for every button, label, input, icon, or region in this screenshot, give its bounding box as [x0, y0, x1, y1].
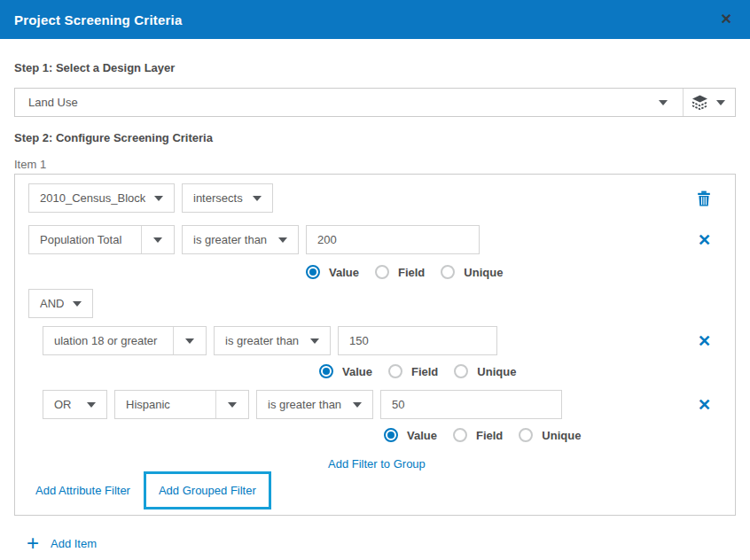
dialog-title: Project Screening Criteria [14, 12, 719, 27]
logic2-value: OR [54, 398, 78, 411]
radio-unique[interactable]: Unique [519, 428, 581, 442]
filter3-row: OR Hispanic is greater than ✕ [28, 390, 722, 419]
spatial-operator-value: intersects [193, 191, 244, 205]
filter1-mode-radios: Value Field Unique [28, 265, 722, 279]
chevron-down-icon [659, 100, 668, 105]
filter3-field-value: Hispanic [126, 398, 207, 411]
layer-dropdown-value: 2010_Census_Blocks [40, 191, 145, 205]
dropdown-caret-button[interactable] [215, 391, 248, 418]
trash-icon [697, 191, 711, 206]
radio-unselected-icon [441, 265, 455, 279]
filter1-row: Population Total is greater than ✕ [28, 225, 722, 254]
dialog-header: Project Screening Criteria ✕ [0, 0, 750, 39]
step1-label: Step 1: Select a Design Layer [14, 62, 736, 74]
radio-field[interactable]: Field [388, 364, 438, 378]
close-icon[interactable]: ✕ [719, 11, 734, 28]
logic2-dropdown[interactable]: OR [43, 390, 107, 419]
radio-unique[interactable]: Unique [441, 265, 503, 279]
chevron-down-icon [153, 237, 162, 243]
radio-value[interactable]: Value [384, 428, 437, 442]
close-icon: ✕ [698, 232, 711, 248]
add-filter-to-group-link[interactable]: Add Filter to Group [328, 457, 426, 471]
filter2-row: ulation 18 or greater is greater than ✕ [28, 326, 722, 355]
plus-icon: + [27, 535, 39, 551]
logic1-row: AND [28, 289, 722, 318]
filter3-mode-radios: Value Field Unique [28, 428, 722, 442]
chevron-down-icon [253, 196, 262, 201]
radio-selected-icon [319, 364, 333, 378]
remove-filter2-button[interactable]: ✕ [698, 333, 711, 349]
filter2-field-value: ulation 18 or greater [54, 334, 164, 347]
add-grouped-filter-highlight-box: Add Grouped Filter [144, 471, 271, 509]
filter1-operator-dropdown[interactable]: is greater than [182, 225, 299, 254]
filter3-operator-value: is greater than [268, 398, 344, 411]
chevron-down-icon [87, 402, 96, 408]
filter1-field-dropdown[interactable]: Population Total [28, 225, 175, 254]
radio-value[interactable]: Value [319, 364, 372, 378]
logic1-value: AND [40, 297, 64, 310]
layer-dropdown[interactable]: 2010_Census_Blocks [28, 183, 175, 213]
delete-item-button[interactable] [697, 191, 711, 206]
logic1-dropdown[interactable]: AND [28, 289, 93, 318]
chevron-down-icon [154, 196, 163, 201]
radio-unselected-icon [454, 364, 468, 378]
filter1-field-value: Population Total [40, 233, 132, 246]
radio-unselected-icon [375, 265, 389, 279]
design-layer-value: Land Use [15, 96, 659, 109]
add-attribute-filter-link[interactable]: Add Attribute Filter [35, 484, 130, 497]
radio-unselected-icon [388, 364, 402, 378]
chevron-down-icon [73, 301, 82, 307]
item1-panel: 2010_Census_Blocks intersects [14, 174, 736, 516]
add-filter-to-group-row: Add Filter to Group [28, 455, 722, 470]
filter1-value-input[interactable] [306, 225, 480, 254]
filter1-operator-value: is greater than [193, 233, 270, 246]
filter3-operator-dropdown[interactable]: is greater than [256, 390, 373, 419]
radio-field[interactable]: Field [453, 428, 503, 442]
filter2-value-input[interactable] [338, 326, 497, 355]
project-screening-dialog: Project Screening Criteria ✕ Step 1: Sel… [0, 0, 750, 551]
filter2-field-dropdown[interactable]: ulation 18 or greater [43, 326, 207, 355]
filter-actions-row: Add Attribute Filter Add Grouped Filter [28, 470, 722, 511]
chevron-down-icon [185, 338, 194, 344]
design-layer-select[interactable]: Land Use [14, 88, 736, 117]
remove-filter3-button[interactable]: ✕ [698, 397, 711, 413]
spatial-operator-dropdown[interactable]: intersects [182, 183, 273, 213]
add-grouped-filter-link[interactable]: Add Grouped Filter [159, 484, 256, 497]
filter3-value-input[interactable] [380, 390, 562, 419]
step2-label: Step 2: Configure Screening Criteria [14, 132, 736, 144]
radio-field[interactable]: Field [375, 265, 425, 279]
spatial-filter-row: 2010_Census_Blocks intersects [28, 183, 722, 213]
dropdown-caret-button[interactable] [173, 327, 206, 354]
add-item-label: Add Item [51, 537, 97, 550]
chevron-down-icon [353, 402, 362, 408]
filter2-operator-value: is greater than [225, 334, 301, 347]
dropdown-caret-button[interactable] [141, 226, 174, 253]
radio-selected-icon [384, 428, 398, 442]
radio-unique[interactable]: Unique [454, 364, 516, 378]
add-item-button[interactable]: + Add Item [27, 535, 97, 551]
chevron-down-icon [716, 100, 725, 105]
layer-options-button[interactable] [683, 89, 735, 116]
chevron-down-icon [310, 338, 319, 344]
chevron-down-icon [228, 402, 237, 408]
layers-icon [691, 95, 708, 110]
close-icon: ✕ [698, 397, 711, 413]
filter2-mode-radios: Value Field Unique [28, 364, 722, 378]
item1-label: Item 1 [14, 159, 736, 171]
filter3-field-dropdown[interactable]: Hispanic [114, 390, 249, 419]
radio-unselected-icon [519, 428, 533, 442]
close-icon: ✕ [698, 333, 711, 349]
filter2-operator-dropdown[interactable]: is greater than [214, 326, 331, 355]
remove-filter1-button[interactable]: ✕ [698, 232, 711, 248]
radio-value[interactable]: Value [306, 265, 359, 279]
chevron-down-icon [278, 237, 287, 243]
radio-unselected-icon [453, 428, 467, 442]
radio-selected-icon [306, 265, 320, 279]
